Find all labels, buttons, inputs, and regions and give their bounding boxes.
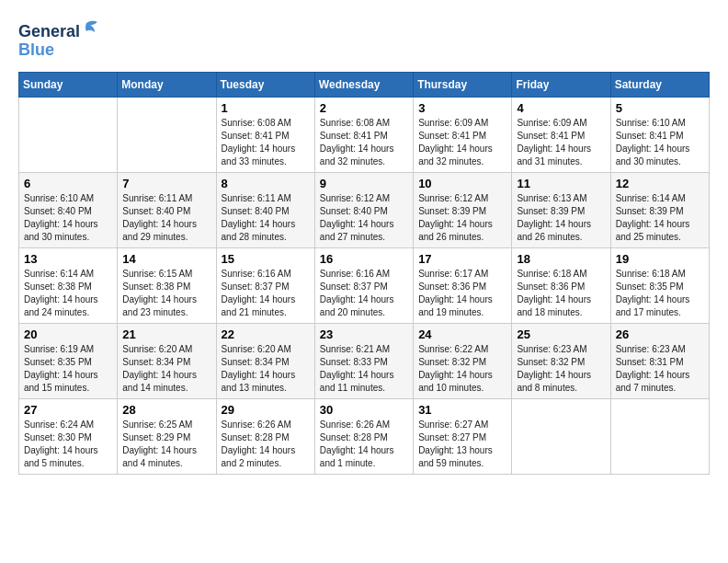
svg-text:General: General [18,22,80,40]
day-info: Sunrise: 6:08 AM Sunset: 8:41 PM Dayligh… [222,117,310,168]
day-info: Sunrise: 6:11 AM Sunset: 8:40 PM Dayligh… [222,192,310,244]
calendar-cell: 26Sunrise: 6:23 AM Sunset: 8:31 PM Dayli… [610,324,709,399]
calendar-cell: 22Sunrise: 6:20 AM Sunset: 8:34 PM Dayli… [216,324,314,399]
weekday-header-sunday: Sunday [19,73,118,98]
calendar-cell: 18Sunrise: 6:18 AM Sunset: 8:36 PM Dayli… [512,248,610,324]
calendar-cell: 13Sunrise: 6:14 AM Sunset: 8:38 PM Dayli… [19,248,118,324]
calendar-cell: 19Sunrise: 6:18 AM Sunset: 8:35 PM Dayli… [610,248,709,324]
day-info: Sunrise: 6:20 AM Sunset: 8:34 PM Dayligh… [222,343,310,395]
calendar-cell [118,98,216,173]
calendar-table: SundayMondayTuesdayWednesdayThursdayFrid… [18,72,710,475]
day-info: Sunrise: 6:18 AM Sunset: 8:36 PM Dayligh… [517,268,605,319]
calendar-cell: 11Sunrise: 6:13 AM Sunset: 8:39 PM Dayli… [512,173,610,248]
day-number: 8 [222,177,310,190]
day-number: 29 [222,403,310,417]
calendar-cell: 20Sunrise: 6:19 AM Sunset: 8:35 PM Dayli… [19,324,118,399]
day-number: 26 [616,327,704,341]
calendar-week-row: 6Sunrise: 6:10 AM Sunset: 8:40 PM Daylig… [19,173,710,248]
calendar-cell: 24Sunrise: 6:22 AM Sunset: 8:32 PM Dayli… [414,324,512,399]
day-number: 6 [24,177,112,190]
day-number: 3 [418,101,506,115]
svg-text:Blue: Blue [18,40,54,59]
day-number: 15 [222,252,310,266]
calendar-cell: 12Sunrise: 6:14 AM Sunset: 8:39 PM Dayli… [610,173,709,248]
day-number: 31 [418,403,506,417]
day-info: Sunrise: 6:26 AM Sunset: 8:28 PM Dayligh… [222,419,310,470]
day-info: Sunrise: 6:16 AM Sunset: 8:37 PM Dayligh… [222,268,310,319]
weekday-header-friday: Friday [512,73,610,98]
day-info: Sunrise: 6:09 AM Sunset: 8:41 PM Dayligh… [517,117,605,168]
day-info: Sunrise: 6:14 AM Sunset: 8:38 PM Dayligh… [24,268,112,319]
day-info: Sunrise: 6:18 AM Sunset: 8:35 PM Dayligh… [616,268,704,319]
day-info: Sunrise: 6:20 AM Sunset: 8:34 PM Dayligh… [122,343,210,395]
day-number: 1 [222,101,310,115]
calendar-cell: 6Sunrise: 6:10 AM Sunset: 8:40 PM Daylig… [19,173,118,248]
calendar-cell: 29Sunrise: 6:26 AM Sunset: 8:28 PM Dayli… [216,399,314,475]
day-info: Sunrise: 6:11 AM Sunset: 8:40 PM Dayligh… [122,192,210,244]
day-info: Sunrise: 6:21 AM Sunset: 8:33 PM Dayligh… [320,343,408,395]
day-info: Sunrise: 6:19 AM Sunset: 8:35 PM Dayligh… [24,343,112,395]
calendar-cell [610,399,709,475]
day-number: 4 [517,101,605,115]
calendar-cell: 2Sunrise: 6:08 AM Sunset: 8:41 PM Daylig… [314,98,413,173]
day-info: Sunrise: 6:10 AM Sunset: 8:40 PM Dayligh… [24,192,112,244]
day-number: 5 [616,101,704,115]
calendar-cell: 8Sunrise: 6:11 AM Sunset: 8:40 PM Daylig… [216,173,314,248]
day-number: 24 [418,327,506,341]
page-header: GeneralBlue [18,18,710,63]
weekday-header-monday: Monday [118,73,216,98]
day-number: 22 [222,327,310,341]
calendar-cell: 3Sunrise: 6:09 AM Sunset: 8:41 PM Daylig… [414,98,512,173]
day-info: Sunrise: 6:14 AM Sunset: 8:39 PM Dayligh… [616,192,704,244]
calendar-week-row: 27Sunrise: 6:24 AM Sunset: 8:30 PM Dayli… [19,399,710,475]
day-info: Sunrise: 6:23 AM Sunset: 8:31 PM Dayligh… [616,343,704,395]
day-number: 27 [24,403,112,417]
calendar-cell: 10Sunrise: 6:12 AM Sunset: 8:39 PM Dayli… [414,173,512,248]
calendar-week-row: 1Sunrise: 6:08 AM Sunset: 8:41 PM Daylig… [19,98,710,173]
calendar-cell: 25Sunrise: 6:23 AM Sunset: 8:32 PM Dayli… [512,324,610,399]
day-number: 16 [320,252,408,266]
day-info: Sunrise: 6:13 AM Sunset: 8:39 PM Dayligh… [517,192,605,244]
calendar-cell: 17Sunrise: 6:17 AM Sunset: 8:36 PM Dayli… [414,248,512,324]
calendar-week-row: 13Sunrise: 6:14 AM Sunset: 8:38 PM Dayli… [19,248,710,324]
calendar-week-row: 20Sunrise: 6:19 AM Sunset: 8:35 PM Dayli… [19,324,710,399]
day-number: 23 [320,327,408,341]
day-number: 19 [616,252,704,266]
day-number: 9 [320,177,408,190]
day-info: Sunrise: 6:08 AM Sunset: 8:41 PM Dayligh… [320,117,408,168]
day-number: 7 [122,177,210,190]
calendar-cell: 21Sunrise: 6:20 AM Sunset: 8:34 PM Dayli… [118,324,216,399]
calendar-cell: 16Sunrise: 6:16 AM Sunset: 8:37 PM Dayli… [314,248,413,324]
day-number: 17 [418,252,506,266]
day-info: Sunrise: 6:25 AM Sunset: 8:29 PM Dayligh… [122,419,210,470]
calendar-cell: 23Sunrise: 6:21 AM Sunset: 8:33 PM Dayli… [314,324,413,399]
weekday-header-wednesday: Wednesday [314,73,413,98]
weekday-header-thursday: Thursday [414,73,512,98]
day-number: 14 [122,252,210,266]
logo-svg: GeneralBlue [18,18,110,63]
day-number: 28 [122,403,210,417]
day-number: 12 [616,177,704,190]
day-info: Sunrise: 6:12 AM Sunset: 8:40 PM Dayligh… [320,192,408,244]
day-number: 30 [320,403,408,417]
day-number: 10 [418,177,506,190]
day-number: 11 [517,177,605,190]
calendar-cell: 27Sunrise: 6:24 AM Sunset: 8:30 PM Dayli… [19,399,118,475]
calendar-cell: 4Sunrise: 6:09 AM Sunset: 8:41 PM Daylig… [512,98,610,173]
day-info: Sunrise: 6:09 AM Sunset: 8:41 PM Dayligh… [418,117,506,168]
calendar-cell [19,98,118,173]
calendar-cell: 1Sunrise: 6:08 AM Sunset: 8:41 PM Daylig… [216,98,314,173]
day-info: Sunrise: 6:15 AM Sunset: 8:38 PM Dayligh… [122,268,210,319]
day-number: 20 [24,327,112,341]
calendar-cell [512,399,610,475]
day-number: 2 [320,101,408,115]
day-info: Sunrise: 6:26 AM Sunset: 8:28 PM Dayligh… [320,419,408,470]
calendar-cell: 5Sunrise: 6:10 AM Sunset: 8:41 PM Daylig… [610,98,709,173]
day-number: 21 [122,327,210,341]
logo: GeneralBlue [18,18,110,63]
calendar-cell: 31Sunrise: 6:27 AM Sunset: 8:27 PM Dayli… [414,399,512,475]
day-info: Sunrise: 6:27 AM Sunset: 8:27 PM Dayligh… [418,419,506,470]
calendar-cell: 14Sunrise: 6:15 AM Sunset: 8:38 PM Dayli… [118,248,216,324]
day-number: 18 [517,252,605,266]
weekday-header-row: SundayMondayTuesdayWednesdayThursdayFrid… [19,73,710,98]
